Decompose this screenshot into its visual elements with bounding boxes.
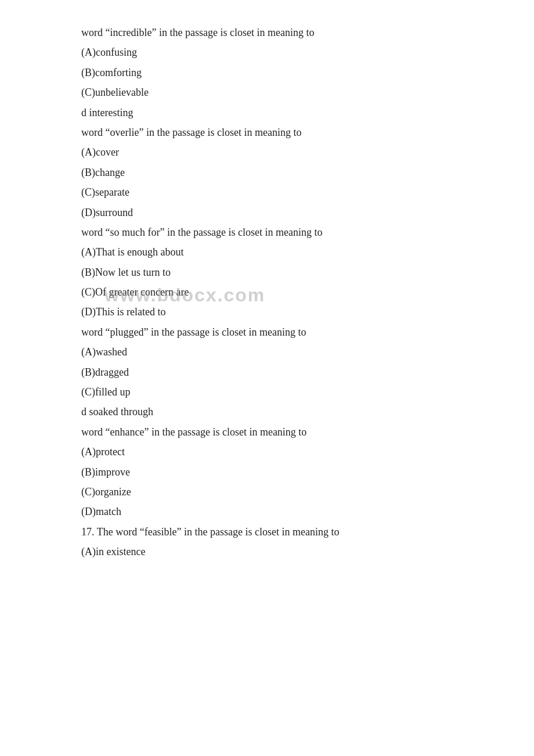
- text-line-l3: (B)comforting: [81, 63, 488, 82]
- text-line-l1: word “incredible” in the passage is clos…: [81, 23, 488, 42]
- text-line-l8: (B)change: [81, 163, 488, 182]
- text-line-l12: (A)That is enough about: [81, 243, 488, 261]
- text-line-l2: (A)confusing: [81, 43, 488, 62]
- text-line-l11: word “so much for” in the passage is clo…: [81, 223, 488, 242]
- text-line-l24: (C)organize: [81, 483, 488, 501]
- text-line-l7: (A)cover: [81, 143, 488, 161]
- text-line-l26: 17. The word “feasible” in the passage i…: [81, 523, 488, 541]
- text-line-l18: (B)dragged: [81, 363, 488, 381]
- text-line-l5: d interesting: [81, 103, 488, 122]
- text-line-l17: (A)washed: [81, 343, 488, 361]
- text-line-l19: (C)filled up: [81, 383, 488, 401]
- text-line-l6: word “overlie” in the passage is closet …: [81, 123, 488, 142]
- text-line-l16: word “plugged” in the passage is closet …: [81, 323, 488, 341]
- text-line-l22: (A)protect: [81, 442, 488, 461]
- text-line-l23: (B)improve: [81, 463, 488, 481]
- text-line-l13: (B)Now let us turn to: [81, 263, 488, 282]
- text-line-l25: (D)match: [81, 502, 488, 521]
- text-line-l9: (C)separate: [81, 183, 488, 201]
- text-line-l27: (A)in existence: [81, 542, 488, 561]
- text-line-l20: d soaked through: [81, 402, 488, 421]
- text-line-l15: (D)This is related to: [81, 303, 488, 321]
- text-line-l21: word “enhance” in the passage is closet …: [81, 423, 488, 441]
- text-line-l4: (C)unbelievable: [81, 83, 488, 102]
- content-block: word “incredible” in the passage is clos…: [81, 23, 488, 561]
- text-line-l14: (C)Of greater concern are: [81, 283, 488, 301]
- text-line-l10: (D)surround: [81, 203, 488, 222]
